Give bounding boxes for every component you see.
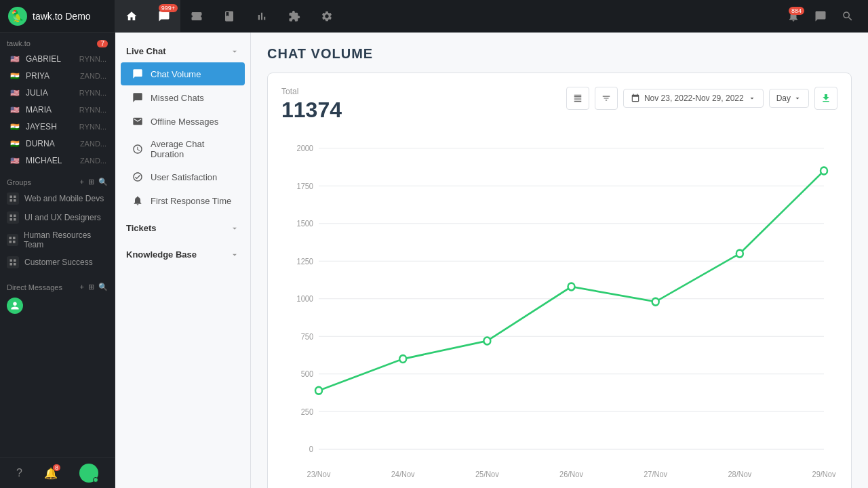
- kb-header[interactable]: Knowledge Base: [115, 244, 250, 265]
- help-icon[interactable]: ?: [16, 467, 22, 479]
- sidebar-brand-label: tawk.to: [7, 39, 31, 47]
- search-btn[interactable]: [835, 4, 860, 28]
- user-name: JAYESH: [26, 122, 79, 131]
- svg-text:1500: 1500: [297, 220, 313, 228]
- svg-point-25: [315, 387, 322, 394]
- total-value: 11374: [281, 98, 342, 123]
- notification-icon[interactable]: 🔔 8: [44, 467, 58, 480]
- group-icon: [7, 234, 18, 246]
- nav-plugins[interactable]: [278, 0, 311, 33]
- add-group-icon[interactable]: +: [80, 178, 84, 186]
- sidebar-user-item[interactable]: 🇺🇸 MICHAEL ZAND...: [3, 152, 112, 169]
- day-label: Day: [776, 94, 791, 103]
- sidebar-user-item[interactable]: 🇺🇸 JULIA RYNN...: [3, 85, 112, 101]
- user-flag: 🇮🇳: [8, 122, 22, 131]
- svg-text:28/Nov: 28/Nov: [728, 470, 751, 479]
- sidebar-dm-section: Direct Messages + ⊞ 🔍: [0, 274, 115, 320]
- chart-card: Total 11374 Nov 23, 2022-Nov 29, 2022: [267, 73, 852, 488]
- svg-text:2000: 2000: [297, 144, 313, 152]
- messages-btn[interactable]: [808, 4, 833, 28]
- menu-item-label: Average Chat Duration: [151, 139, 234, 159]
- browse-dm-icon[interactable]: ⊞: [88, 283, 94, 291]
- chart-totals: Total 11374: [281, 87, 342, 123]
- group-name: UI and UX Designers: [24, 213, 101, 222]
- svg-text:1250: 1250: [297, 257, 313, 265]
- svg-point-26: [399, 355, 406, 363]
- nav-settings[interactable]: [311, 0, 343, 33]
- group-icon: [7, 211, 19, 224]
- sidebar-user-item[interactable]: 🇮🇳 PRIYA ZAND...: [3, 68, 112, 84]
- sidebar-groups-section: Groups + ⊞ 🔍 Web and Mobile Devs UI and …: [0, 169, 115, 274]
- nav-ticket[interactable]: [180, 0, 213, 33]
- sidebar-user-item[interactable]: 🇮🇳 DURNA ZAND...: [3, 136, 112, 152]
- analytics-menu-item-first-response-time[interactable]: First Response Time: [121, 189, 245, 212]
- analytics-menu-item-missed-chats[interactable]: Missed Chats: [121, 86, 245, 109]
- nav-kb[interactable]: [213, 0, 245, 33]
- menu-item-label: Chat Volume: [151, 69, 201, 79]
- brand-name: tawk.to Demo: [33, 11, 91, 22]
- user-name: MICHAEL: [26, 156, 80, 165]
- group-item[interactable]: Web and Mobile Devs: [0, 189, 115, 208]
- analytics-menu-items: Chat Volume Missed Chats Offline Message…: [115, 62, 250, 212]
- search-dm-icon[interactable]: 🔍: [98, 283, 108, 291]
- sidebar-user-item[interactable]: 🇺🇸 GABRIEL RYNN...: [3, 51, 112, 67]
- live-chat-header[interactable]: Live Chat: [115, 41, 250, 62]
- group-item[interactable]: Customer Success: [0, 253, 115, 272]
- svg-point-28: [568, 283, 575, 291]
- sidebar-chat-header: tawk.to 7: [0, 33, 115, 50]
- groups-actions: + ⊞ 🔍: [80, 178, 108, 186]
- svg-text:26/Nov: 26/Nov: [559, 470, 583, 479]
- browse-group-icon[interactable]: ⊞: [88, 178, 94, 186]
- nav-analytics[interactable]: [245, 0, 278, 33]
- nav-home[interactable]: [115, 0, 148, 33]
- kb-section: Knowledge Base: [115, 244, 250, 265]
- analytics-menu-item-avg-chat-duration[interactable]: Average Chat Duration: [121, 134, 245, 165]
- filter-btn[interactable]: [595, 87, 618, 110]
- analytics-menu-item-user-satisfaction[interactable]: User Satisfaction: [121, 165, 245, 188]
- sidebar-user-item[interactable]: 🇺🇸 MARIA RYNN...: [3, 102, 112, 118]
- download-btn[interactable]: [814, 87, 837, 110]
- notifications-btn[interactable]: 884: [781, 4, 806, 28]
- main-content: CHAT VOLUME Total 11374 Nov 23, 202: [251, 33, 868, 488]
- svg-text:1000: 1000: [297, 295, 313, 303]
- group-item[interactable]: UI and UX Designers: [0, 208, 115, 227]
- group-item[interactable]: Human Resources Team: [0, 227, 115, 253]
- analytics-menu-item-offline-messages[interactable]: Offline Messages: [121, 110, 245, 133]
- search-group-icon[interactable]: 🔍: [98, 178, 108, 186]
- add-dm-icon[interactable]: +: [80, 283, 84, 291]
- chat-badge: 999+: [159, 4, 178, 12]
- kb-label: Knowledge Base: [126, 249, 197, 260]
- user-avatar[interactable]: [79, 464, 98, 483]
- tickets-header[interactable]: Tickets: [115, 218, 250, 239]
- user-agent: ZAND...: [80, 140, 106, 148]
- svg-text:29/Nov: 29/Nov: [812, 470, 836, 479]
- svg-point-29: [652, 298, 659, 306]
- menu-item-icon: [132, 171, 144, 183]
- user-agent: ZAND...: [80, 157, 106, 165]
- topbar-right: 884: [781, 4, 868, 28]
- date-range-text: Nov 23, 2022-Nov 29, 2022: [644, 94, 744, 103]
- sidebar-bottom: ? 🔔 8: [0, 458, 115, 488]
- menu-item-icon: [132, 115, 144, 127]
- svg-text:25/Nov: 25/Nov: [475, 470, 499, 479]
- menu-item-icon: [132, 195, 144, 207]
- date-range-btn[interactable]: Nov 23, 2022-Nov 29, 2022: [623, 89, 764, 108]
- group-icon: [7, 256, 19, 268]
- kb-chevron-icon: [230, 250, 239, 260]
- user-agent: RYNN...: [79, 123, 106, 131]
- menu-item-icon: [132, 92, 144, 104]
- analytics-menu-item-chat-volume[interactable]: Chat Volume: [121, 62, 245, 85]
- table-view-btn[interactable]: [566, 87, 589, 110]
- svg-point-30: [736, 250, 743, 258]
- day-view-btn[interactable]: Day: [769, 89, 809, 108]
- svg-text:1750: 1750: [297, 182, 313, 190]
- page-title: CHAT VOLUME: [267, 46, 852, 62]
- user-name: MARIA: [26, 105, 79, 115]
- chevron-down-icon: [230, 47, 239, 56]
- nav-chat[interactable]: 999+: [148, 0, 180, 33]
- main-wrapper: tawk.to 7 🇺🇸 GABRIEL RYNN... 🇮🇳 PRIYA ZA…: [0, 33, 868, 488]
- tickets-chevron-icon: [230, 224, 239, 233]
- notif-badge: 884: [789, 7, 804, 15]
- sidebar-user-item[interactable]: 🇮🇳 JAYESH RYNN...: [3, 119, 112, 135]
- menu-item-label: First Response Time: [151, 196, 231, 206]
